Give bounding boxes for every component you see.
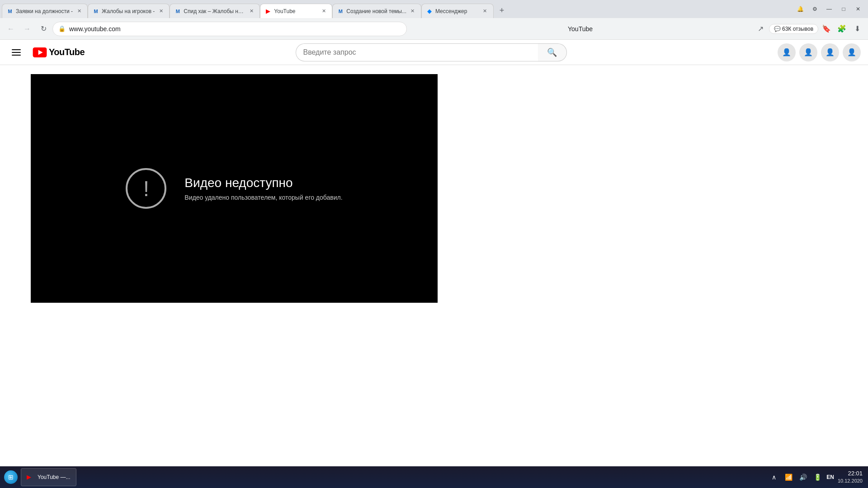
- taskbar: ⊞ ▶ YouTube —... ∧ 📶 🔊 🔋 EN 22:01 10.12.…: [0, 466, 868, 488]
- tab-close-2[interactable]: ✕: [157, 8, 165, 15]
- youtube-logo[interactable]: YouTube: [33, 47, 85, 57]
- tray-chevron-icon[interactable]: ∧: [769, 472, 779, 483]
- tab-title-6: Мессенджер: [435, 8, 479, 14]
- tab-favicon-5: M: [337, 8, 344, 14]
- tab-favicon-6: ◆: [426, 8, 433, 14]
- tab-title-3: Спид хак – Жалобы на...: [184, 8, 245, 14]
- page-title-center: YouTube: [409, 25, 751, 33]
- tab-close-4[interactable]: ✕: [320, 8, 327, 15]
- tab-close-3[interactable]: ✕: [248, 8, 255, 15]
- tray-network-icon[interactable]: 📶: [783, 472, 794, 483]
- toolbar-right: ↗ 💬 63К отзывов 🔖 🧩 ⬇: [754, 22, 864, 36]
- forward-button[interactable]: →: [20, 22, 34, 36]
- youtube-search-input[interactable]: [296, 43, 538, 61]
- hamburger-line-2: [12, 52, 21, 53]
- youtube-header: YouTube 🔍 👤 👤 👤 👤: [0, 40, 868, 65]
- hamburger-line-1: [12, 49, 21, 50]
- review-badge[interactable]: 💬 63К отзывов: [769, 24, 818, 34]
- youtube-user-icon-1[interactable]: 👤: [778, 43, 796, 61]
- tab-zayvki[interactable]: M Заявки на должности - ✕: [2, 4, 88, 18]
- taskbar-youtube-item[interactable]: ▶ YouTube —...: [21, 468, 76, 486]
- error-exclamation-icon: !: [126, 168, 166, 209]
- youtube-logo-text: YouTube: [49, 47, 85, 57]
- tab-favicon-4: ▶: [265, 8, 271, 14]
- taskbar-yt-icon: ▶: [27, 474, 34, 481]
- new-tab-button[interactable]: +: [495, 4, 508, 17]
- tab-messenger[interactable]: ◆ Мессенджер ✕: [421, 4, 494, 18]
- error-title: Видео недоступно: [184, 176, 342, 190]
- lock-icon: 🔒: [58, 25, 66, 32]
- tab-title-1: Заявки на должности -: [16, 8, 73, 14]
- minimize-button[interactable]: —: [823, 3, 835, 15]
- browser-frame: M Заявки на должности - ✕ M Жалобы на иг…: [0, 0, 868, 488]
- hamburger-line-3: [12, 55, 21, 56]
- page-title-text: YouTube: [568, 25, 593, 33]
- youtube-search-area: 🔍: [92, 43, 770, 61]
- error-content: ! Видео недоступно Видео удалено пользов…: [126, 168, 342, 209]
- tray-language[interactable]: EN: [826, 474, 834, 480]
- tabs-area: M Заявки на должности - ✕ M Жалобы на иг…: [0, 0, 790, 18]
- youtube-page: YouTube 🔍 👤 👤 👤 👤: [0, 40, 868, 488]
- youtube-logo-icon: [33, 47, 47, 57]
- tray-volume-icon[interactable]: 🔊: [797, 472, 808, 483]
- bookmark-button[interactable]: 🔖: [819, 22, 834, 36]
- tab-favicon-2: M: [93, 8, 99, 14]
- taskbar-yt-label: YouTube —...: [38, 474, 71, 480]
- tab-youtube[interactable]: ▶ YouTube ✕: [260, 4, 332, 18]
- video-area: ! Видео недоступно Видео удалено пользов…: [0, 65, 868, 312]
- youtube-user-icon-4[interactable]: 👤: [843, 43, 861, 61]
- settings-icon[interactable]: ⚙: [808, 3, 821, 15]
- youtube-search-form: 🔍: [296, 43, 567, 61]
- start-orb-icon: ⊞: [4, 470, 18, 484]
- tab-title-4: YouTube: [274, 8, 317, 14]
- start-button[interactable]: ⊞: [2, 468, 20, 486]
- toolbar: ← → ↻ 🔒 www.youtube.com YouTube ↗ 💬 63К …: [0, 18, 868, 40]
- window-controls: 🔔 ⚙ — □ ✕: [790, 0, 868, 18]
- tray-date: 10.12.2020: [838, 478, 863, 484]
- tab-zhaloby[interactable]: M Жалобы на игроков - ✕: [88, 4, 170, 18]
- refresh-button[interactable]: ↻: [36, 22, 51, 36]
- youtube-menu-button[interactable]: [7, 43, 25, 61]
- title-bar: M Заявки на должности - ✕ M Жалобы на иг…: [0, 0, 868, 18]
- tab-speedhack[interactable]: M Спид хак – Жалобы на... ✕: [170, 4, 260, 18]
- tab-title-5: Создание новой темы...: [346, 8, 406, 14]
- tab-close-1[interactable]: ✕: [75, 8, 83, 15]
- tray-battery-icon[interactable]: 🔋: [812, 472, 823, 483]
- address-bar[interactable]: 🔒 www.youtube.com: [52, 22, 407, 36]
- tab-favicon-1: M: [7, 8, 13, 14]
- download-button[interactable]: ⬇: [850, 22, 864, 36]
- taskbar-tray: ∧ 📶 🔊 🔋 EN 22:01 10.12.2020: [765, 470, 866, 484]
- back-button[interactable]: ←: [4, 22, 18, 36]
- tab-new-topic[interactable]: M Создание новой темы... ✕: [332, 4, 421, 18]
- youtube-user-icon-2[interactable]: 👤: [799, 43, 817, 61]
- share-button[interactable]: ↗: [754, 22, 768, 36]
- tray-time: 22:01: [838, 470, 863, 478]
- search-icon: 🔍: [547, 47, 557, 57]
- error-subtitle: Видео удалено пользователем, который его…: [184, 194, 342, 201]
- address-text: www.youtube.com: [69, 25, 401, 33]
- extensions-button[interactable]: 🧩: [835, 22, 849, 36]
- youtube-user-icon-3[interactable]: 👤: [821, 43, 839, 61]
- tray-clock[interactable]: 22:01 10.12.2020: [838, 470, 863, 484]
- youtube-search-button[interactable]: 🔍: [538, 43, 567, 61]
- error-text-block: Видео недоступно Видео удалено пользоват…: [184, 176, 342, 201]
- close-button[interactable]: ✕: [852, 3, 864, 15]
- tab-close-5[interactable]: ✕: [409, 8, 416, 15]
- tab-close-6[interactable]: ✕: [481, 8, 489, 15]
- tab-favicon-3: M: [175, 8, 181, 14]
- maximize-button[interactable]: □: [837, 3, 850, 15]
- video-wrapper: ! Видео недоступно Видео удалено пользов…: [31, 74, 438, 303]
- review-badge-text: 💬 63К отзывов: [774, 26, 813, 32]
- youtube-header-right: 👤 👤 👤 👤: [778, 43, 861, 61]
- video-player: ! Видео недоступно Видео удалено пользов…: [31, 74, 438, 303]
- exclamation-mark: !: [143, 176, 149, 201]
- windows-icon: ⊞: [8, 474, 14, 481]
- notification-bell-icon[interactable]: 🔔: [794, 3, 807, 15]
- tab-title-2: Жалобы на игроков -: [102, 8, 155, 14]
